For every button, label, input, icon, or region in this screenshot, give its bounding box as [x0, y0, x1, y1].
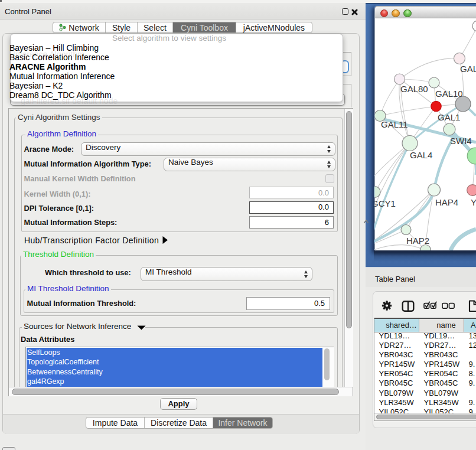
- svg-text:Y: Y: [471, 197, 476, 207]
- svg-text:GAL1: GAL1: [438, 112, 460, 122]
- svg-text:HAP4: HAP4: [435, 197, 458, 207]
- svg-text:HAP2: HAP2: [406, 236, 429, 246]
- svg-text:GAL10: GAL10: [435, 89, 463, 99]
- svg-text:SWI4: SWI4: [450, 136, 472, 146]
- svg-text:GAL11: GAL11: [381, 119, 408, 129]
- svg-text:GAL80: GAL80: [400, 84, 428, 94]
- svg-text:GAL: GAL: [460, 64, 476, 74]
- svg-text:GAL4: GAL4: [410, 150, 432, 160]
- svg-text:GCY1: GCY1: [374, 198, 396, 208]
